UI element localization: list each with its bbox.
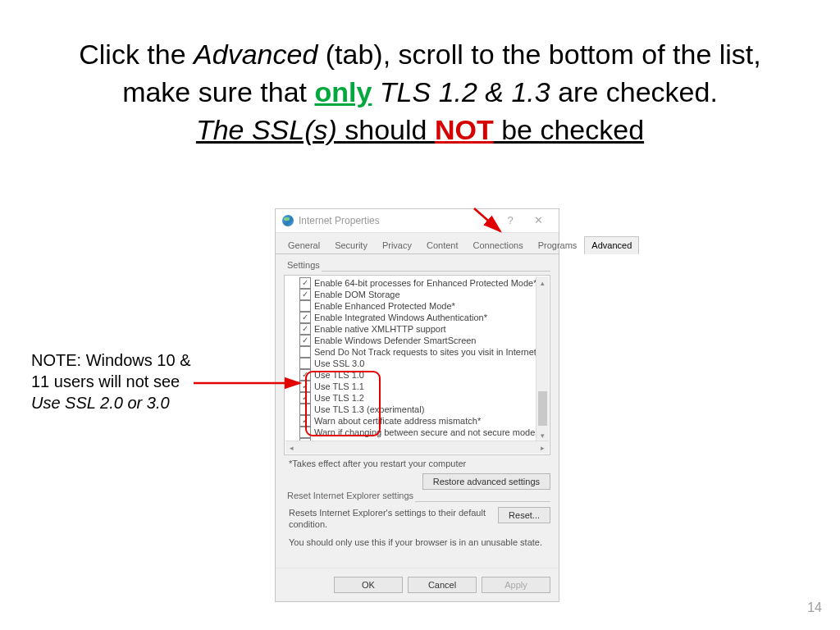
setting-label: Enable Integrated Windows Authentication… [314,312,487,323]
checkbox[interactable] [299,381,311,392]
setting-row[interactable]: Enable native XMLHTTP support [299,323,548,335]
setting-label: Use TLS 1.3 (experimental) [314,404,424,415]
settings-legend: Settings [284,260,323,270]
checkbox[interactable] [299,415,311,427]
tab-privacy[interactable]: Privacy [375,236,419,253]
checkbox[interactable] [299,277,311,289]
setting-label: Enable Enhanced Protected Mode* [314,300,455,312]
scroll-up-icon[interactable]: ▴ [536,276,549,289]
tab-advanced[interactable]: Advanced [584,236,639,254]
setting-row[interactable]: Enable Integrated Windows Authentication… [299,312,548,323]
help-button[interactable]: ? [496,209,524,232]
close-button[interactable]: ✕ [524,209,552,232]
setting-row[interactable]: Enable Enhanced Protected Mode* [299,300,548,312]
restart-note: *Takes effect after you restart your com… [289,459,550,468]
setting-label: Send Do Not Track requests to sites you … [314,346,545,358]
checkbox[interactable] [299,392,311,404]
setting-label: Enable 64-bit processes for Enhanced Pro… [314,277,537,289]
ok-button[interactable]: OK [334,577,403,593]
vertical-scrollbar[interactable]: ▴ ▾ [536,276,549,441]
cancel-button[interactable]: Cancel [408,577,477,593]
setting-row[interactable]: Enable 64-bit processes for Enhanced Pro… [299,277,548,289]
tab-content[interactable]: Content [419,236,466,253]
checkbox[interactable] [299,358,311,369]
dialog-footer: OK Cancel Apply [276,568,559,601]
setting-label: Enable native XMLHTTP support [314,323,446,335]
setting-row[interactable]: Warn if changing between secure and not … [299,427,548,438]
page-number: 14 [807,600,822,615]
reset-fieldset: Reset Internet Explorer settings Resets … [284,496,550,547]
scroll-thumb[interactable] [538,391,547,426]
checkbox[interactable] [299,346,311,358]
setting-label: Enable DOM Storage [314,289,400,300]
setting-row[interactable]: Send Do Not Track requests to sites you … [299,346,548,358]
setting-row[interactable]: Use TLS 1.3 (experimental) [299,404,548,415]
apply-button[interactable]: Apply [482,577,550,593]
setting-label: Warn about certificate address mismatch* [314,415,481,427]
dialog-title: Internet Properties [299,209,496,232]
checkbox[interactable] [299,300,311,312]
checkbox[interactable] [299,289,311,300]
side-note: NOTE: Windows 10 & 11 users will not see… [31,349,203,413]
setting-row[interactable]: Use SSL 3.0 [299,358,548,369]
internet-icon [282,215,294,226]
tab-connections[interactable]: Connections [465,236,530,253]
setting-label: Use TLS 1.2 [314,392,364,404]
scroll-right-icon[interactable]: ▸ [536,444,549,452]
setting-label: Use TLS 1.0 [314,369,364,381]
setting-row[interactable]: Enable DOM Storage [299,289,548,300]
tab-general[interactable]: General [281,236,327,253]
setting-row[interactable]: Enable Windows Defender SmartScreen [299,335,548,346]
checkbox[interactable] [299,312,311,323]
setting-row[interactable]: Use TLS 1.2 [299,392,548,404]
tab-security[interactable]: Security [327,236,375,253]
tab-strip: GeneralSecurityPrivacyContentConnections… [276,233,559,254]
tab-programs[interactable]: Programs [531,236,585,253]
setting-label: Use SSL 3.0 [314,358,364,369]
horizontal-scrollbar[interactable]: ◂ ▸ [285,441,549,454]
slide-heading: Click the Advanced (tab), scroll to the … [41,36,799,149]
setting-label: Enable Windows Defender SmartScreen [314,335,476,346]
scroll-down-icon[interactable]: ▾ [536,429,549,441]
settings-listbox[interactable]: Enable 64-bit processes for Enhanced Pro… [284,275,550,455]
reset-warning: You should only use this if your browser… [284,531,550,547]
setting-label: Use TLS 1.1 [314,381,364,392]
reset-button[interactable]: Reset... [498,507,550,523]
reset-description: Resets Internet Explorer's settings to t… [289,507,490,531]
titlebar: Internet Properties ? ✕ [276,209,559,233]
checkbox[interactable] [299,427,311,438]
setting-label: Warn if changing between secure and not … [314,427,535,438]
setting-row[interactable]: Warn about certificate address mismatch* [299,415,548,427]
settings-fieldset: Settings Enable 64-bit processes for Enh… [284,266,550,490]
checkbox[interactable] [299,323,311,335]
internet-properties-dialog: Internet Properties ? ✕ GeneralSecurityP… [275,208,559,602]
setting-row[interactable]: Use TLS 1.1 [299,381,548,392]
setting-row[interactable]: Use TLS 1.0 [299,369,548,381]
checkbox[interactable] [299,335,311,346]
checkbox[interactable] [299,404,311,415]
restore-advanced-button[interactable]: Restore advanced settings [422,473,550,490]
reset-legend: Reset Internet Explorer settings [284,491,418,500]
checkbox[interactable] [299,369,311,381]
scroll-left-icon[interactable]: ◂ [285,444,298,452]
